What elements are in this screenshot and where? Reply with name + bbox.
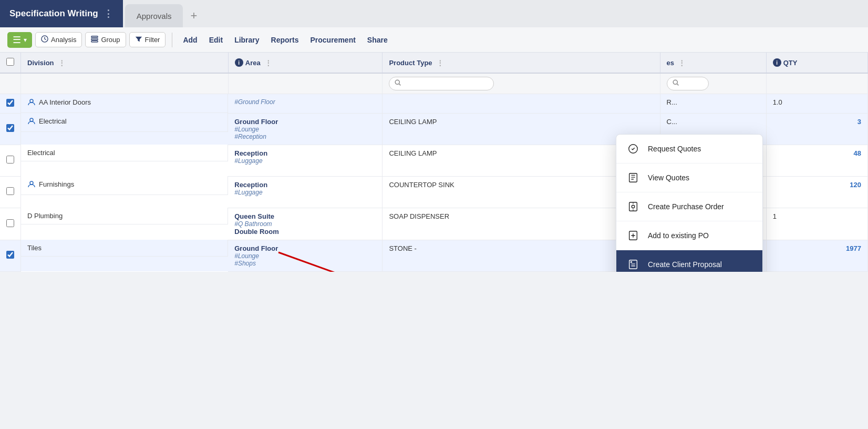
group-button[interactable]: Group <box>85 32 126 47</box>
tab-add-button[interactable]: + <box>183 4 204 27</box>
area-sub: #Ground Floor <box>234 98 376 106</box>
view-quotes-icon <box>626 170 640 185</box>
division-name: Electrical <box>27 149 55 157</box>
row-division: Tiles <box>21 240 228 257</box>
division-col-options[interactable]: ⋮ <box>58 59 65 67</box>
filter-label: Filter <box>145 36 160 44</box>
area-main-2: Double Room <box>234 228 376 236</box>
view-quotes-label: View Quotes <box>648 173 689 182</box>
codes-search-wrap[interactable] <box>667 77 709 90</box>
search-row-area <box>228 73 383 94</box>
main-table-container: Division ⋮ i Area ⋮ Product Type ⋮ <box>0 53 868 272</box>
division-name: AA Interior Doors <box>39 98 91 106</box>
dropdown-item-view-quotes[interactable]: View Quotes <box>616 164 762 192</box>
filter-icon <box>135 35 142 44</box>
analysis-label: Analysis <box>51 36 76 44</box>
tab-inactive-label: Approvals <box>137 12 172 21</box>
row-division: AA Interior Doors <box>21 94 228 113</box>
row-area: Ground Floor#Lounge#Shops <box>228 240 383 271</box>
area-sub: #Lounge <box>234 126 376 133</box>
row-checkbox[interactable] <box>6 187 14 195</box>
svg-point-17 <box>631 262 632 263</box>
svg-rect-1 <box>91 36 98 38</box>
group-label: Group <box>101 36 120 44</box>
search-row-qty <box>766 73 867 94</box>
row-qty: 3 <box>766 113 867 145</box>
area-sub: #Shops <box>234 260 376 267</box>
request-quotes-icon <box>626 141 640 156</box>
row-checkbox[interactable] <box>6 251 14 259</box>
analysis-icon <box>41 35 48 44</box>
hamburger-icon: ☰ <box>13 34 21 46</box>
filter-button[interactable]: Filter <box>129 32 166 47</box>
product-type-col-options[interactable]: ⋮ <box>437 59 443 67</box>
edit-button[interactable]: Edit <box>205 33 227 47</box>
header-division: Division ⋮ <box>21 53 229 73</box>
row-checkbox[interactable] <box>6 219 14 227</box>
user-icon <box>27 117 36 127</box>
row-checkbox-cell[interactable] <box>0 176 21 208</box>
search-row-codes <box>660 73 766 94</box>
row-qty: 120 <box>766 176 867 208</box>
row-checkbox-cell[interactable] <box>0 94 21 114</box>
tab-options-icon[interactable]: ⋮ <box>104 8 113 19</box>
header-codes: es ⋮ <box>660 53 766 73</box>
tab-specification-writing[interactable]: Specification Writing ⋮ <box>0 0 123 27</box>
reports-button[interactable]: Reports <box>267 33 303 47</box>
share-button[interactable]: Share <box>363 33 392 47</box>
row-product-type <box>383 94 660 114</box>
dropdown-item-request-quotes[interactable]: Request Quotes <box>616 135 762 164</box>
row-checkbox[interactable] <box>6 99 14 107</box>
area-main: Reception <box>234 149 376 157</box>
svg-point-4 <box>396 80 400 84</box>
dropdown-item-create-client-proposal[interactable]: Create Client Proposal <box>616 250 762 272</box>
area-main: Ground Floor <box>234 118 376 126</box>
area-col-options[interactable]: ⋮ <box>265 59 272 67</box>
svg-point-6 <box>673 80 677 84</box>
row-product-code: R... <box>660 94 766 114</box>
row-division: Electrical <box>21 145 228 161</box>
tab-active-label: Specification Writing <box>9 8 98 19</box>
header-product-type: Product Type ⋮ <box>383 53 660 73</box>
toolbar: ☰ ▾ Analysis Group Filter Add Edit Libra… <box>0 27 868 53</box>
row-division: D Plumbing <box>21 208 228 224</box>
menu-toggle-button[interactable]: ☰ ▾ <box>7 32 32 48</box>
row-checkbox[interactable] <box>6 156 14 164</box>
row-qty: 1 <box>766 208 867 240</box>
library-button[interactable]: Library <box>230 33 263 47</box>
svg-rect-2 <box>91 38 98 40</box>
tab-approvals[interactable]: Approvals <box>125 4 183 27</box>
product-type-search-wrap[interactable] <box>389 77 494 90</box>
dropdown-item-create-purchase-order[interactable]: Create Purchase Order <box>616 192 762 221</box>
analysis-button[interactable]: Analysis <box>35 32 82 47</box>
row-qty: 48 <box>766 145 867 176</box>
add-button[interactable]: Add <box>179 33 201 47</box>
row-area: Ground Floor#Lounge#Reception <box>228 113 383 145</box>
row-division: Electrical <box>21 113 228 132</box>
row-area: #Ground Floor <box>228 94 383 114</box>
procurement-button[interactable]: Procurement <box>306 33 360 47</box>
header-checkbox-cell[interactable] <box>0 53 21 73</box>
area-main: Reception <box>234 181 376 189</box>
row-checkbox[interactable] <box>6 124 14 132</box>
division-name: Tiles <box>27 244 42 252</box>
tab-bar: Specification Writing ⋮ Approvals + <box>0 0 868 27</box>
codes-col-options[interactable]: ⋮ <box>678 59 685 67</box>
area-sub: #Lounge <box>234 252 376 260</box>
select-all-checkbox[interactable] <box>6 58 14 66</box>
table-row: AA Interior Doors#Ground FloorR...1.0 <box>0 94 868 114</box>
svg-line-7 <box>677 84 678 86</box>
header-qty: i QTY <box>766 53 867 73</box>
svg-rect-3 <box>91 41 98 43</box>
dropdown-item-add-to-existing-po[interactable]: Add to existing PO <box>616 221 762 250</box>
table-search-row <box>0 73 868 94</box>
product-type-search-input[interactable] <box>405 80 473 88</box>
area-sub: #Reception <box>234 133 376 140</box>
row-checkbox-cell[interactable] <box>0 240 21 271</box>
row-checkbox-cell[interactable] <box>0 145 21 176</box>
row-checkbox-cell[interactable] <box>0 208 21 240</box>
svg-point-14 <box>632 205 635 208</box>
row-checkbox-cell[interactable] <box>0 113 21 145</box>
search-row-product-type[interactable] <box>383 73 660 94</box>
row-area: Reception#Luggage <box>228 145 383 176</box>
